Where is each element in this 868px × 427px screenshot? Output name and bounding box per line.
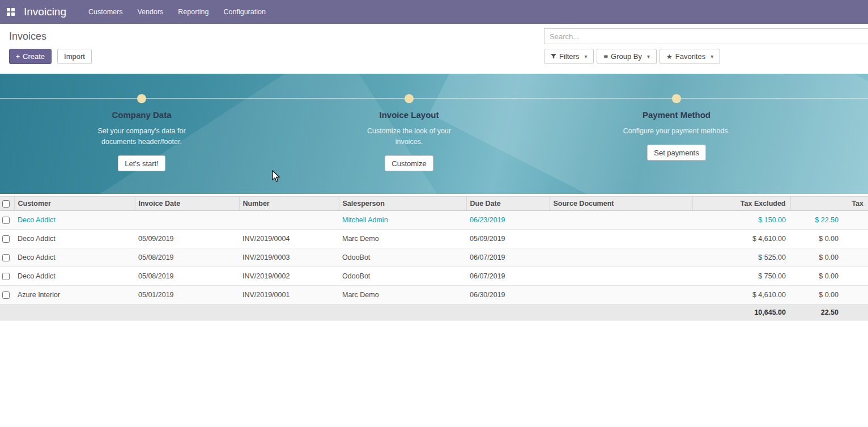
step-description: Configure your payment methods. (623, 126, 730, 137)
tax-cell[interactable]: $ 22.50 (790, 211, 868, 230)
salesperson-cell[interactable]: Marc Demo (339, 230, 466, 248)
tax-cell[interactable]: $ 0.00 (790, 248, 868, 267)
invoice-date-cell[interactable] (135, 211, 239, 230)
source-document-cell[interactable] (550, 230, 692, 248)
tax-cell[interactable]: $ 0.00 (790, 230, 868, 248)
salesperson-cell[interactable]: OdooBot (339, 248, 466, 267)
lets-start-button[interactable]: Let's start! (118, 155, 165, 171)
due-date-cell[interactable]: 06/23/2019 (466, 211, 550, 230)
customer-cell[interactable]: Deco Addict (14, 230, 135, 248)
due-date-cell[interactable]: 06/07/2019 (466, 248, 550, 267)
import-button[interactable]: Import (57, 49, 92, 64)
customer-cell[interactable]: Azure Interior (14, 286, 135, 305)
invoices-table: Customer Invoice Date Number Salesperson… (0, 196, 868, 320)
filters-label: Filters (559, 53, 579, 60)
onboarding-step-company-data: Company Data Set your company's data for… (57, 94, 227, 171)
tax-excluded-cell[interactable]: $ 150.00 (692, 211, 790, 230)
apps-menu-button[interactable] (0, 0, 22, 24)
customer-cell[interactable]: Deco Addict (14, 267, 135, 286)
invoice-date-cell[interactable]: 05/01/2019 (135, 286, 239, 305)
step-description: Customize the look of your invoices. (358, 126, 460, 147)
search-input[interactable] (544, 28, 868, 44)
number-cell[interactable]: INV/2019/0003 (239, 248, 339, 267)
source-document-cell[interactable] (550, 211, 692, 230)
filters-dropdown[interactable]: Filters ▾ (544, 49, 594, 64)
salesperson-cell[interactable]: Mitchell Admin (339, 211, 466, 230)
salesperson-cell[interactable]: OdooBot (339, 267, 466, 286)
top-navbar: Invoicing Customers Vendors Reporting Co… (0, 0, 868, 24)
favorites-dropdown[interactable]: ★ Favorites ▾ (659, 49, 720, 64)
customize-button[interactable]: Customize (385, 155, 433, 171)
step-title: Company Data (112, 110, 171, 120)
chevron-down-icon: ▾ (584, 54, 587, 60)
step-dot (405, 94, 414, 103)
group-by-label: Group By (611, 53, 642, 60)
header-invoice-date[interactable]: Invoice Date (135, 197, 239, 211)
customer-cell[interactable]: Deco Addict (14, 248, 135, 267)
due-date-cell[interactable]: 05/09/2019 (466, 230, 550, 248)
set-payments-button[interactable]: Set payments (647, 145, 706, 160)
page-title: Invoices (9, 29, 92, 43)
tax-excluded-cell[interactable]: $ 750.00 (692, 267, 790, 286)
tax-cell[interactable]: $ 0.00 (790, 267, 868, 286)
table-row[interactable]: Deco Addict 05/08/2019 INV/2019/0003 Odo… (0, 248, 868, 267)
onboarding-banner: Company Data Set your company's data for… (0, 74, 868, 194)
chevron-down-icon: ▾ (647, 54, 650, 60)
table-row[interactable]: Deco Addict 05/09/2019 INV/2019/0004 Mar… (0, 230, 868, 248)
onboarding-step-payment-method: Payment Method Configure your payment me… (592, 94, 761, 160)
menu-reporting[interactable]: Reporting (171, 0, 216, 24)
tax-excluded-cell[interactable]: $ 4,610.00 (692, 286, 790, 305)
invoice-date-cell[interactable]: 05/09/2019 (135, 230, 239, 248)
row-checkbox[interactable] (2, 291, 10, 299)
step-description: Set your company's data for documents he… (84, 126, 200, 147)
create-button[interactable]: + Create (9, 49, 52, 64)
table-row[interactable]: Deco Addict Mitchell Admin 06/23/2019 $ … (0, 211, 868, 230)
salesperson-cell[interactable]: Marc Demo (339, 286, 466, 305)
table-header-row: Customer Invoice Date Number Salesperson… (0, 197, 868, 211)
customer-cell[interactable]: Deco Addict (14, 211, 135, 230)
source-document-cell[interactable] (550, 267, 692, 286)
star-icon: ★ (666, 53, 673, 60)
control-panel: Invoices + Create Import Filters ▾ ≡ Gro (0, 24, 868, 74)
import-button-label: Import (64, 53, 85, 60)
total-tax-excluded: 10,645.00 (692, 305, 790, 320)
row-checkbox[interactable] (2, 254, 10, 261)
total-tax: 22.50 (790, 305, 868, 320)
source-document-cell[interactable] (550, 286, 692, 305)
header-source-document[interactable]: Source Document (550, 197, 692, 211)
header-customer[interactable]: Customer (14, 197, 135, 211)
select-all-checkbox[interactable] (2, 200, 10, 208)
tax-cell[interactable]: $ 0.00 (790, 286, 868, 305)
header-number[interactable]: Number (239, 197, 339, 211)
source-document-cell[interactable] (550, 248, 692, 267)
plus-icon: + (16, 53, 20, 60)
number-cell[interactable]: INV/2019/0001 (239, 286, 339, 305)
step-dot (137, 94, 146, 103)
invoice-date-cell[interactable]: 05/08/2019 (135, 248, 239, 267)
group-by-dropdown[interactable]: ≡ Group By ▾ (597, 49, 657, 64)
header-salesperson[interactable]: Salesperson (339, 197, 466, 211)
invoice-date-cell[interactable]: 05/08/2019 (135, 267, 239, 286)
totals-row: 10,645.00 22.50 (0, 305, 868, 320)
header-tax[interactable]: Tax (790, 197, 868, 211)
header-tax-excluded[interactable]: Tax Excluded (692, 197, 790, 211)
favorites-label: Favorites (675, 53, 705, 60)
row-checkbox[interactable] (2, 217, 10, 224)
row-checkbox[interactable] (2, 235, 10, 243)
number-cell[interactable]: INV/2019/0004 (239, 230, 339, 248)
menu-customers[interactable]: Customers (81, 0, 130, 24)
due-date-cell[interactable]: 06/30/2019 (466, 286, 550, 305)
table-row[interactable]: Deco Addict 05/08/2019 INV/2019/0002 Odo… (0, 267, 868, 286)
number-cell[interactable] (239, 211, 339, 230)
due-date-cell[interactable]: 06/07/2019 (466, 267, 550, 286)
tax-excluded-cell[interactable]: $ 4,610.00 (692, 230, 790, 248)
table-row[interactable]: Azure Interior 05/01/2019 INV/2019/0001 … (0, 286, 868, 305)
number-cell[interactable]: INV/2019/0002 (239, 267, 339, 286)
menu-vendors[interactable]: Vendors (130, 0, 171, 24)
app-title[interactable]: Invoicing (24, 6, 66, 18)
funnel-icon (551, 54, 556, 60)
header-due-date[interactable]: Due Date (466, 197, 550, 211)
row-checkbox[interactable] (2, 273, 10, 280)
tax-excluded-cell[interactable]: $ 525.00 (692, 248, 790, 267)
menu-configuration[interactable]: Configuration (216, 0, 273, 24)
